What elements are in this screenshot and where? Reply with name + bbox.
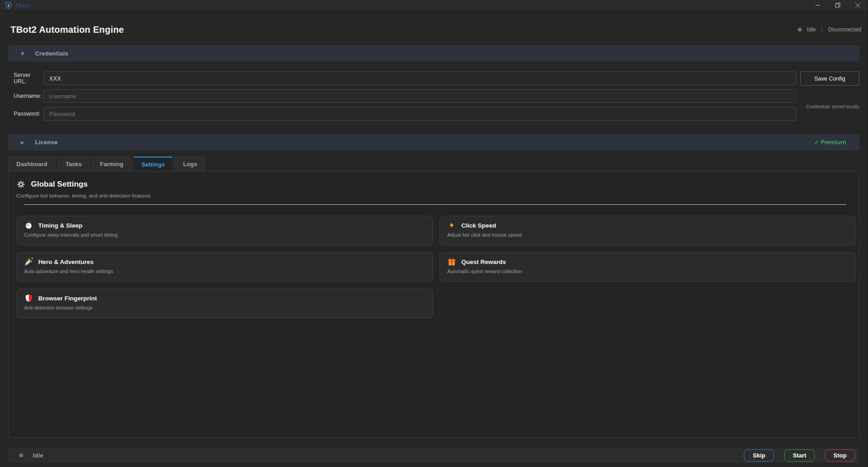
maximize-button[interactable] [828,0,848,10]
tab-tasks[interactable]: Tasks [57,157,90,171]
shield-icon [24,294,33,303]
global-settings-subtitle: Configure bot behavior, timing, and anti… [16,193,851,198]
tbot-shield-logo-icon: 2 [5,1,12,9]
password-input[interactable] [43,107,797,121]
username-row: Username: [8,89,797,103]
lightning-icon [447,221,456,230]
gift-icon [447,257,456,266]
password-row: Password: [8,107,797,121]
card-title: Quest Rewards [461,259,506,265]
premium-badge: ✓ Premium [814,139,846,146]
status-dot [798,28,802,31]
close-icon [855,3,860,8]
settings-panel: Global Settings Configure bot behavior, … [8,171,859,438]
card-browser-fingerprint[interactable]: Browser Fingerprint Anti-detection brows… [16,289,433,318]
footer-status: Idle [19,452,43,459]
card-title: Timing & Sleep [38,222,82,229]
card-click-speed[interactable]: Click Speed Adjust bot click and mouse s… [439,216,856,245]
tab-logs[interactable]: Logs [175,157,205,171]
gear-icon [16,180,25,189]
card-subtitle: Automatic quest reward collection [447,269,848,274]
collapse-arrow-icon: ▼ [21,51,27,56]
app-header: TBot2 Automation Engine Idle | Disconnec… [0,11,868,46]
collapse-arrow-icon: ▶ [21,140,27,145]
tab-settings[interactable]: Settings [133,157,173,171]
page-title: TBot2 Automation Engine [10,25,124,35]
license-section-header[interactable]: ▶ License ✓ Premium [8,134,859,150]
window-controls [807,0,868,10]
footer-status-text: Idle [33,452,43,459]
app-logo: 2 Tbot2 [5,1,30,9]
global-settings-title: Global Settings [31,180,88,189]
tab-bar: Dashboard Tasks Farming Settings Logs [8,157,859,171]
settings-cards: Timing & Sleep Configure sleep intervals… [9,205,859,318]
card-title: Hero & Adventures [38,259,94,265]
server-url-input[interactable] [43,71,797,85]
server-url-row: Server URL: [8,71,797,85]
header-status: Idle | Disconnected [798,26,861,33]
credentials-fields: Server URL: Username: Password: [8,71,797,121]
status-connection: Disconnected [828,26,861,33]
card-title: Browser Fingerprint [38,295,97,302]
save-config-button[interactable]: Save Config [800,71,859,86]
credentials-title: Credentials [35,50,68,57]
start-button[interactable]: Start [784,449,815,462]
app-window: 2 Tbot2 TBot2 Automa [0,0,868,467]
card-subtitle: Anti-detection browser settings [24,305,425,310]
credentials-section-header[interactable]: ▼ Credentials [8,46,859,61]
username-label: Username: [14,93,43,99]
stop-button[interactable]: Stop [825,449,855,462]
minimize-button[interactable] [807,0,828,10]
card-subtitle: Adjust bot click and mouse speed [447,232,848,238]
status-separator: | [821,26,823,33]
tab-farming[interactable]: Farming [92,157,131,171]
card-hero-adventures[interactable]: Hero & Adventures Auto-adventure and her… [16,252,433,282]
card-subtitle: Configure sleep intervals and smart timi… [24,232,425,238]
tab-dashboard[interactable]: Dashboard [8,157,56,171]
card-subtitle: Auto-adventure and hero health settings [24,269,425,274]
credentials-form: Server URL: Username: Password: Save Con… [8,71,859,121]
footer-status-dot [19,453,23,457]
credentials-side: Save Config Credentials stored locally [800,71,859,121]
footer-bar: Idle Skip Start Stop [8,448,859,463]
footer-buttons: Skip Start Stop [744,449,855,462]
password-label: Password: [14,111,43,117]
card-title: Click Speed [461,222,496,229]
restore-icon [835,3,840,8]
card-quest-rewards[interactable]: Quest Rewards Automatic quest reward col… [439,252,856,282]
app-name: Tbot2 [15,2,30,9]
skip-button[interactable]: Skip [744,449,774,462]
logo-glyph: 2 [7,3,10,8]
license-title: License [35,139,58,146]
credentials-note: Credentials stored locally [806,104,859,109]
close-button[interactable] [848,0,868,10]
dagger-icon [24,257,33,266]
settings-panel-header: Global Settings Configure bot behavior, … [9,172,859,205]
server-url-label: Server URL: [14,72,43,85]
username-input[interactable] [43,89,797,103]
status-state: Idle [807,26,816,33]
stopwatch-icon [24,221,33,230]
card-timing-sleep[interactable]: Timing & Sleep Configure sleep intervals… [16,216,433,245]
title-bar: 2 Tbot2 [0,0,868,11]
minimize-icon [815,3,820,8]
